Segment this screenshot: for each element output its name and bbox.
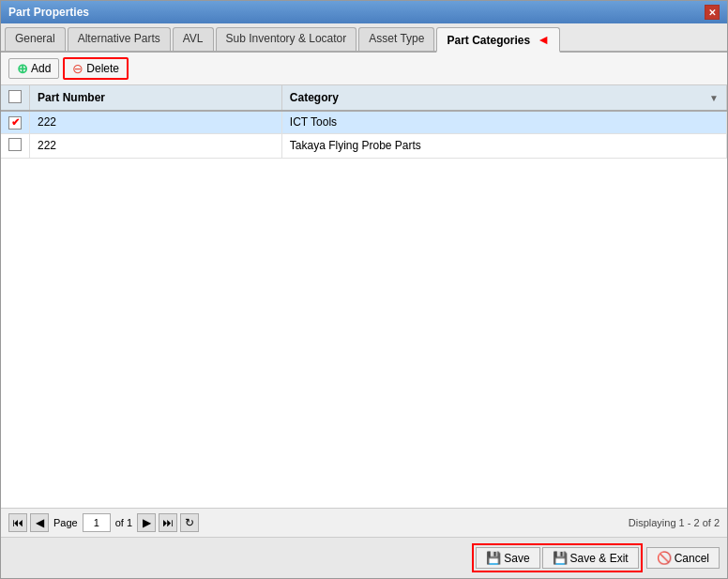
first-page-icon: ⏮	[12, 516, 23, 529]
window-title: Part Properties	[8, 6, 89, 19]
part-properties-window: Part Properties ✕ General Alternative Pa…	[0, 0, 728, 579]
last-page-button[interactable]: ⏭	[159, 513, 177, 532]
row-checkbox-cell[interactable]: ✔	[1, 111, 30, 133]
tab-asset-type[interactable]: Asset Type	[358, 27, 434, 51]
part-number-cell: 222	[30, 133, 282, 158]
tab-bar: General Alternative Parts AVL Sub Invent…	[1, 23, 727, 53]
table-row: 222 Takaya Flying Probe Parts	[1, 133, 727, 158]
select-all-checkbox[interactable]	[8, 90, 22, 103]
category-cell: ICT Tools	[281, 111, 726, 133]
data-table-container: Part Number Category ▼ ✔	[1, 85, 727, 508]
refresh-button[interactable]: ↻	[180, 513, 199, 532]
tab-arrow-icon: ◄	[537, 32, 550, 47]
tab-alternative-parts[interactable]: Alternative Parts	[68, 27, 171, 51]
row-checkbox[interactable]	[8, 138, 22, 151]
page-input[interactable]	[83, 513, 111, 532]
last-page-icon: ⏭	[162, 516, 174, 529]
column-header-part-number: Part Number	[30, 85, 282, 111]
close-button[interactable]: ✕	[705, 5, 720, 20]
row-checkbox[interactable]: ✔	[8, 116, 22, 130]
part-number-cell: 222	[30, 111, 282, 133]
delete-icon: ⊖	[72, 61, 83, 76]
category-sort-icon[interactable]: ▼	[709, 93, 719, 103]
add-button[interactable]: ⊕ Add	[8, 58, 59, 79]
cancel-button[interactable]: 🚫 Cancel	[646, 547, 720, 569]
title-bar: Part Properties ✕	[1, 1, 727, 23]
tab-part-categories[interactable]: Part Categories ◄	[436, 27, 560, 53]
next-page-icon: ▶	[143, 516, 151, 529]
toolbar: ⊕ Add ⊖ Delete	[1, 53, 727, 85]
pagination-bar: ⏮ ◀ Page of 1 ▶ ⏭ ↻ Displaying 1 - 2 of …	[1, 508, 727, 537]
tab-sub-inventory[interactable]: Sub Inventory & Locator	[216, 27, 357, 51]
table-header-row: Part Number Category ▼	[1, 85, 727, 111]
page-label: Page	[53, 517, 78, 528]
save-icon: 💾	[486, 551, 501, 565]
cancel-icon: 🚫	[657, 551, 672, 565]
checkmark-icon: ✔	[11, 116, 20, 129]
tab-avl[interactable]: AVL	[173, 27, 214, 51]
footer-bar: 💾 Save 💾 Save & Exit 🚫 Cancel	[1, 537, 727, 578]
prev-page-icon: ◀	[36, 516, 44, 529]
next-page-button[interactable]: ▶	[137, 513, 156, 532]
add-icon: ⊕	[17, 61, 28, 76]
table-row: ✔ 222 ICT Tools	[1, 111, 727, 133]
row-checkbox-cell[interactable]	[1, 133, 30, 158]
of-label: of 1	[115, 517, 132, 528]
displaying-text: Displaying 1 - 2 of 2	[629, 517, 720, 528]
save-exit-icon: 💾	[553, 551, 568, 565]
save-button[interactable]: 💾 Save	[476, 547, 539, 569]
data-table: Part Number Category ▼ ✔	[1, 85, 727, 159]
tab-general[interactable]: General	[5, 27, 66, 51]
category-cell: Takaya Flying Probe Parts	[281, 133, 726, 158]
save-exit-button[interactable]: 💾 Save & Exit	[542, 547, 639, 569]
first-page-button[interactable]: ⏮	[8, 513, 27, 532]
refresh-icon: ↻	[185, 516, 194, 529]
column-header-category: Category ▼	[281, 85, 726, 111]
prev-page-button[interactable]: ◀	[30, 513, 49, 532]
footer-action-section: 💾 Save 💾 Save & Exit	[472, 543, 642, 572]
delete-button[interactable]: ⊖ Delete	[63, 57, 129, 80]
column-header-check	[1, 85, 30, 111]
